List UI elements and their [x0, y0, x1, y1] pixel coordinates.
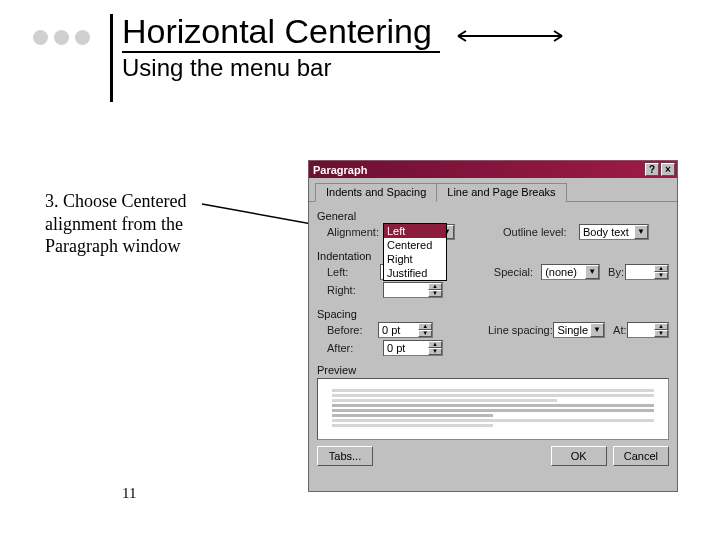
before-label: Before:	[317, 324, 378, 336]
indent-right-label: Right:	[317, 284, 383, 296]
line-spacing-label: Line spacing:	[486, 324, 554, 336]
chevron-down-icon[interactable]: ▼	[634, 225, 648, 239]
after-label: After:	[317, 342, 383, 354]
outline-level-value: Body text	[583, 226, 629, 238]
outline-level-label: Outline level:	[501, 226, 579, 238]
indent-right-field[interactable]: ▲▼	[383, 282, 443, 298]
preview-label: Preview	[317, 364, 669, 376]
indentation-label: Indentation	[317, 250, 669, 262]
ok-button[interactable]: OK	[551, 446, 607, 466]
alignment-option-left[interactable]: Left	[384, 224, 446, 238]
special-label: Special:	[492, 266, 541, 278]
preview-pane	[317, 378, 669, 440]
by-label: By:	[600, 266, 625, 278]
dialog-titlebar[interactable]: Paragraph ? ×	[309, 161, 677, 178]
at-field[interactable]: ▲▼	[627, 322, 669, 338]
before-field[interactable]: 0 pt ▲▼	[378, 322, 433, 338]
alignment-option-right[interactable]: Right	[384, 252, 446, 266]
alignment-option-justified[interactable]: Justified	[384, 266, 446, 280]
spinner-icon[interactable]: ▲▼	[428, 341, 442, 355]
page-subtitle: Using the menu bar	[122, 54, 331, 82]
tab-indents-spacing[interactable]: Indents and Spacing	[315, 183, 437, 202]
spacing-label: Spacing	[317, 308, 669, 320]
page-title: Horizontal Centering	[122, 12, 432, 51]
general-label: General	[317, 210, 669, 222]
paragraph-dialog: Paragraph ? × Indents and Spacing Line a…	[308, 160, 678, 492]
dialog-buttons: Tabs... OK Cancel	[309, 440, 677, 472]
special-value: (none)	[545, 266, 577, 278]
spinner-icon[interactable]: ▲▼	[428, 283, 442, 297]
slide-number: 11	[122, 485, 136, 502]
before-value: 0 pt	[382, 324, 400, 336]
alignment-label: Alignment:	[317, 226, 383, 238]
spinner-icon[interactable]: ▲▼	[654, 265, 668, 279]
close-button[interactable]: ×	[661, 163, 675, 176]
instruction-text: 3. Choose Centered alignment from the Pa…	[45, 190, 225, 258]
alignment-option-centered[interactable]: Centered	[384, 238, 446, 252]
double-arrow-icon	[452, 26, 572, 46]
cancel-button[interactable]: Cancel	[613, 446, 669, 466]
title-underline	[122, 51, 440, 53]
tabs-button[interactable]: Tabs...	[317, 446, 373, 466]
at-label: At:	[605, 324, 626, 336]
slide-bullets	[33, 30, 90, 45]
help-button[interactable]: ?	[645, 163, 659, 176]
spinner-icon[interactable]: ▲▼	[654, 323, 668, 337]
after-value: 0 pt	[387, 342, 405, 354]
outline-level-combo[interactable]: Body text ▼	[579, 224, 649, 240]
line-spacing-combo[interactable]: Single ▼	[553, 322, 605, 338]
line-spacing-value: Single	[557, 324, 588, 336]
dialog-tabs: Indents and Spacing Line and Page Breaks	[309, 178, 677, 202]
title-divider	[110, 14, 113, 102]
special-combo[interactable]: (none) ▼	[541, 264, 600, 280]
spinner-icon[interactable]: ▲▼	[418, 323, 432, 337]
indent-left-label: Left:	[317, 266, 380, 278]
dialog-title: Paragraph	[313, 164, 367, 176]
after-field[interactable]: 0 pt ▲▼	[383, 340, 443, 356]
alignment-dropdown: Left Centered Right Justified	[383, 223, 447, 281]
chevron-down-icon[interactable]: ▼	[590, 323, 604, 337]
by-field[interactable]: ▲▼	[625, 264, 669, 280]
chevron-down-icon[interactable]: ▼	[585, 265, 599, 279]
tab-line-page-breaks[interactable]: Line and Page Breaks	[436, 183, 566, 202]
